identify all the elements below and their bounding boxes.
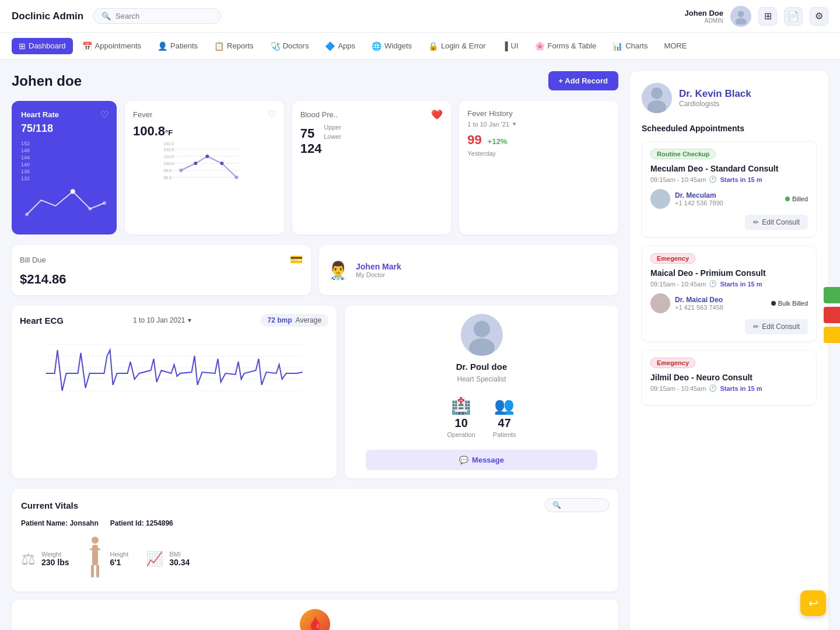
clock-icon-1: 🕐 (709, 176, 717, 183)
svg-text:100.0: 100.0 (163, 162, 174, 166)
weight-icon: ⚖ (21, 550, 36, 569)
side-btn-yellow[interactable] (824, 327, 840, 343)
ecg-avg-badge: 72 bmp Average (261, 314, 329, 327)
edit-consult-btn-2[interactable]: ✏ Edit Consult (745, 319, 808, 334)
svg-point-29 (92, 537, 99, 544)
ecg-doctor-row: Heart ECG 1 to 10 Jan 2021 ▾ 72 bmp Aver… (12, 306, 618, 478)
message-icon: 💬 (459, 456, 468, 464)
navbar: ⊞ Dashboard 📅 Appointments 👤 Patients 📋 … (0, 33, 840, 60)
my-doctor-info: Johen Mark My Doctor (356, 262, 401, 278)
svg-point-17 (194, 162, 197, 165)
fever-fav-icon[interactable]: ♡ (268, 109, 276, 120)
appt-time-3: 09:15am - 10:45am 🕐 Starts in 15 m (650, 384, 808, 392)
svg-point-21 (235, 176, 238, 179)
bp-labels: Upper Lower (324, 124, 341, 140)
vitals-search-input[interactable] (565, 501, 600, 509)
search-icon: 🔍 (102, 12, 111, 20)
nav-dashboard[interactable]: ⊞ Dashboard (12, 38, 73, 54)
svg-point-4 (88, 207, 92, 211)
right-doc-name: Dr. Kevin Black (679, 88, 751, 100)
patients-icon: 👥 (494, 396, 514, 415)
right-doc-header: Dr. Kevin Black Cardiologists (642, 83, 817, 113)
bill-value: $214.86 (20, 272, 303, 287)
nav-patients-label: Patients (170, 41, 198, 50)
svg-point-36 (648, 100, 666, 113)
file-icon-btn[interactable]: 📄 (784, 7, 803, 26)
doc-profile-specialty: Heart Specialist (457, 375, 506, 383)
topbar: Doclinic Admin 🔍 Johen Doe ADMIN ⊞ 📄 ⚙ (0, 0, 840, 33)
nav-reports[interactable]: 📋 Reports (207, 38, 261, 54)
svg-point-0 (738, 10, 744, 17)
user-name: Johen Doe (685, 9, 723, 18)
svg-text:103.0: 103.0 (163, 142, 174, 146)
vital-weight: ⚖ Weight 230 lbs (21, 536, 69, 582)
nav-ui[interactable]: ▐ UI (495, 38, 526, 54)
search-box[interactable]: 🔍 (93, 8, 221, 24)
add-record-button[interactable]: + Add Record (548, 71, 618, 90)
fever-chart: 98.0 99.0 100.0 101.0 102.0 103.0 (133, 142, 276, 185)
right-doc-info: Dr. Kevin Black Cardiologists (679, 88, 751, 108)
bmi-icon: 📈 (146, 551, 163, 567)
vitals-header: Current Vitals 🔍 (21, 498, 609, 512)
second-cards-row: Bill Due 💳 $214.86 👨‍⚕️ Johen Mark My Do… (12, 245, 618, 295)
appt-doc-details-1: Dr. Meculam +1 142 536 7890 (675, 191, 723, 206)
nav-forms[interactable]: 🌸 Forms & Table (528, 38, 604, 54)
svg-point-2 (71, 189, 75, 194)
nav-doctors-label: Doctors (283, 41, 309, 50)
nav-ui-label: UI (511, 41, 519, 50)
svg-rect-32 (96, 548, 100, 550)
svg-point-28 (469, 338, 495, 356)
grid-icon: ⊞ (764, 10, 772, 22)
grid-icon-btn[interactable]: ⊞ (758, 7, 777, 26)
ecg-date-select[interactable]: 1 to 10 Jan 2021 ▾ (133, 316, 191, 324)
nav-doctors[interactable]: 🩺 Doctors (263, 38, 316, 54)
blood-pressure-card: Blood Pre.. ❤️ 75 Upper Lower 124 (292, 101, 452, 235)
appt-doc-row-2: Dr. Maical Deo +1 421 563 7458 Bulk Bill… (650, 293, 808, 313)
search-input[interactable] (116, 12, 197, 20)
heart-fav-icon[interactable]: ♡ (100, 109, 108, 120)
heart-rate-label: Heart Rate (21, 110, 107, 119)
svg-text:102.0: 102.0 (163, 148, 174, 152)
settings-icon-btn[interactable]: ⚙ (810, 7, 828, 26)
doc-stat-operations: 🏥 10 Operation (447, 396, 475, 438)
vitals-meta: Patient Name: Jonsahn Patient Id: 125489… (21, 519, 609, 527)
svg-text:98.0: 98.0 (163, 176, 172, 180)
my-doctor-card: 👨‍⚕️ Johen Mark My Doctor (319, 245, 618, 295)
nav-patients[interactable]: 👤 Patients (150, 38, 205, 54)
doc-profile-name: Dr. Poul doe (456, 362, 508, 372)
nav-apps[interactable]: 🔷 Apps (318, 38, 362, 54)
height-info: Height 6'1 (110, 551, 128, 567)
bp-num-upper: 75 (300, 126, 314, 141)
fab-button[interactable]: ↩ (800, 590, 826, 616)
appt-time-2: 09:15am - 10:45am 🕐 Starts in 15 m (650, 280, 808, 288)
appt-tag-1: Routine Checkup (650, 149, 716, 159)
message-button[interactable]: 💬 Message (366, 450, 597, 470)
svg-point-35 (651, 88, 663, 99)
patient-name: Jonsahn (69, 519, 98, 527)
avatar (730, 6, 751, 27)
nav-more[interactable]: MORE (657, 38, 694, 54)
fever-svg: 98.0 99.0 100.0 101.0 102.0 103.0 (133, 142, 276, 183)
reports-icon: 📋 (214, 41, 224, 51)
svg-point-27 (474, 321, 490, 337)
ecg-header: Heart ECG 1 to 10 Jan 2021 ▾ 72 bmp Aver… (20, 314, 328, 327)
patient-id-meta: Patient Id: 1254896 (110, 519, 173, 527)
nav-widgets[interactable]: 🌐 Widgets (365, 38, 419, 54)
glucose-icon: 🩸 (300, 609, 330, 630)
side-btn-red[interactable] (824, 307, 840, 323)
bp-lower-value: 124 (300, 141, 443, 156)
nav-charts[interactable]: 📊 Charts (606, 38, 654, 54)
nav-more-label: MORE (664, 41, 687, 50)
nav-appointments[interactable]: 📅 Appointments (75, 38, 149, 54)
svg-rect-33 (91, 565, 94, 578)
bill-icon: 💳 (290, 253, 303, 266)
side-btn-green[interactable] (824, 287, 840, 303)
vitals-search[interactable]: 🔍 (545, 498, 609, 512)
vital-height-figure: Height 6'1 (86, 536, 128, 582)
nav-login-error[interactable]: 🔒 Login & Error (421, 38, 493, 54)
edit-icon-1: ✏ (753, 218, 759, 226)
edit-consult-btn-1[interactable]: ✏ Edit Consult (745, 215, 808, 230)
ui-icon: ▐ (502, 41, 508, 51)
chevron-down-icon[interactable]: ▾ (513, 120, 516, 128)
nav-forms-label: Forms & Table (548, 41, 597, 50)
